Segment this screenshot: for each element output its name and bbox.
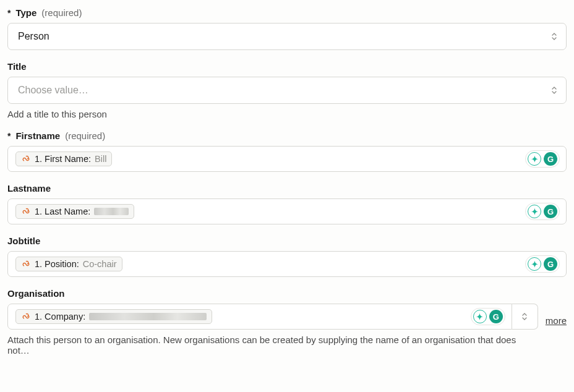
- firstname-chip-label: 1. First Name:: [35, 154, 91, 164]
- grammarly-button[interactable]: G: [489, 310, 503, 323]
- more-link[interactable]: more: [546, 288, 567, 326]
- organisation-chip-label: 1. Company:: [35, 312, 85, 322]
- chevron-updown-icon: [551, 32, 557, 41]
- title-placeholder: Choose value…: [18, 85, 88, 96]
- jobtitle-chip[interactable]: 1. Position: Co-chair: [15, 257, 122, 271]
- lastname-label: Lastname: [7, 183, 51, 194]
- lastname-field: Lastname 1. Last Name: ✦ G: [7, 183, 567, 224]
- firstname-field: * Firstname (required) 1. First Name: Bi…: [7, 130, 567, 172]
- required-asterisk: *: [7, 8, 11, 18]
- redacted-value: [94, 208, 129, 215]
- organisation-helper: Attach this person to an organisation. N…: [7, 334, 538, 356]
- organisation-input[interactable]: 1. Company: ✦ G: [7, 304, 512, 330]
- assist-button[interactable]: ✦: [473, 310, 487, 323]
- jobtitle-chip-label: 1. Position:: [35, 259, 79, 269]
- grammarly-button[interactable]: G: [544, 257, 557, 271]
- lastname-input[interactable]: 1. Last Name: ✦ G: [7, 198, 567, 224]
- organisation-chip[interactable]: 1. Company:: [15, 309, 212, 324]
- webhook-icon: [21, 259, 31, 269]
- organisation-control: 1. Company: ✦ G: [7, 304, 538, 330]
- jobtitle-label-row: Jobtitle: [7, 236, 567, 246]
- firstname-input[interactable]: 1. First Name: Bill ✦ G: [7, 146, 567, 172]
- organisation-label: Organisation: [7, 288, 65, 299]
- assist-button[interactable]: ✦: [528, 205, 541, 218]
- assist-pill: ✦ G: [525, 203, 560, 220]
- assist-button[interactable]: ✦: [528, 152, 541, 166]
- required-asterisk: *: [7, 131, 11, 141]
- lastname-chip-label: 1. Last Name:: [35, 207, 90, 216]
- jobtitle-chip-value: Co-chair: [83, 259, 117, 269]
- jobtitle-field: Jobtitle 1. Position: Co-chair ✦ G: [7, 236, 567, 277]
- firstname-label: Firstname: [15, 130, 60, 141]
- grammarly-button[interactable]: G: [544, 205, 557, 218]
- organisation-row: Organisation 1. Company: ✦ G Attach this…: [7, 288, 567, 356]
- jobtitle-input[interactable]: 1. Position: Co-chair ✦ G: [7, 251, 567, 277]
- grammarly-button[interactable]: G: [544, 152, 557, 166]
- assist-button[interactable]: ✦: [528, 257, 541, 271]
- organisation-label-row: Organisation: [7, 288, 538, 299]
- firstname-chip-value: Bill: [95, 154, 106, 164]
- firstname-label-row: * Firstname (required): [7, 130, 567, 141]
- assist-pill: ✦ G: [471, 308, 505, 325]
- title-label-row: Title: [7, 61, 567, 72]
- type-field: * Type (required) Person: [7, 7, 567, 50]
- assist-pill: ✦ G: [525, 150, 560, 168]
- lastname-label-row: Lastname: [7, 183, 567, 194]
- title-label: Title: [7, 61, 27, 72]
- chevron-updown-icon: [551, 86, 557, 95]
- webhook-icon: [21, 154, 31, 164]
- chevron-updown-icon: [521, 312, 528, 321]
- type-label-row: * Type (required): [7, 7, 567, 18]
- title-select[interactable]: Choose value…: [7, 77, 567, 104]
- webhook-icon: [21, 312, 31, 322]
- type-label: Type: [15, 7, 36, 18]
- title-field: Title Choose value… Add a title to this …: [7, 61, 567, 119]
- title-helper: Add a title to this person: [7, 109, 567, 119]
- lastname-chip[interactable]: 1. Last Name:: [15, 204, 134, 219]
- jobtitle-label: Jobtitle: [7, 236, 40, 246]
- organisation-picker-button[interactable]: [512, 304, 538, 330]
- organisation-field: Organisation 1. Company: ✦ G Attach this…: [7, 288, 538, 356]
- redacted-value: [89, 313, 207, 320]
- type-select[interactable]: Person: [7, 23, 567, 50]
- required-text: (required): [41, 7, 82, 18]
- assist-pill: ✦ G: [525, 255, 560, 273]
- firstname-chip[interactable]: 1. First Name: Bill: [15, 151, 112, 166]
- webhook-icon: [21, 207, 31, 216]
- required-text: (required): [65, 130, 105, 141]
- type-selected-value: Person: [18, 31, 49, 42]
